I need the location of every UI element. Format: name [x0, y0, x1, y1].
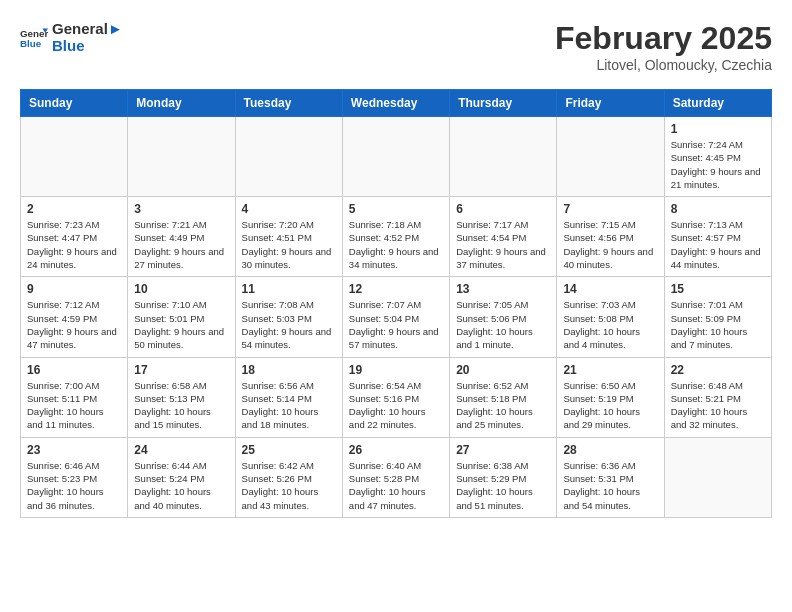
day-number: 22 — [671, 363, 765, 377]
calendar-cell-w1-d4: 6Sunrise: 7:17 AM Sunset: 4:54 PM Daylig… — [450, 197, 557, 277]
day-number: 10 — [134, 282, 228, 296]
day-number: 23 — [27, 443, 121, 457]
day-number: 11 — [242, 282, 336, 296]
calendar-cell-w4-d4: 27Sunrise: 6:38 AM Sunset: 5:29 PM Dayli… — [450, 437, 557, 517]
logo-icon: General Blue — [20, 23, 48, 51]
calendar-cell-w3-d1: 17Sunrise: 6:58 AM Sunset: 5:13 PM Dayli… — [128, 357, 235, 437]
calendar-cell-w2-d3: 12Sunrise: 7:07 AM Sunset: 5:04 PM Dayli… — [342, 277, 449, 357]
col-thursday: Thursday — [450, 90, 557, 117]
col-tuesday: Tuesday — [235, 90, 342, 117]
day-number: 3 — [134, 202, 228, 216]
day-info: Sunrise: 7:12 AM Sunset: 4:59 PM Dayligh… — [27, 298, 121, 351]
calendar-week-2: 9Sunrise: 7:12 AM Sunset: 4:59 PM Daylig… — [21, 277, 772, 357]
day-info: Sunrise: 7:18 AM Sunset: 4:52 PM Dayligh… — [349, 218, 443, 271]
day-number: 12 — [349, 282, 443, 296]
calendar-cell-w0-d5 — [557, 117, 664, 197]
day-info: Sunrise: 7:08 AM Sunset: 5:03 PM Dayligh… — [242, 298, 336, 351]
day-number: 16 — [27, 363, 121, 377]
calendar-cell-w3-d3: 19Sunrise: 6:54 AM Sunset: 5:16 PM Dayli… — [342, 357, 449, 437]
month-year-title: February 2025 — [555, 20, 772, 57]
calendar-cell-w0-d1 — [128, 117, 235, 197]
day-info: Sunrise: 6:42 AM Sunset: 5:26 PM Dayligh… — [242, 459, 336, 512]
day-info: Sunrise: 6:48 AM Sunset: 5:21 PM Dayligh… — [671, 379, 765, 432]
calendar-cell-w0-d4 — [450, 117, 557, 197]
calendar-cell-w3-d2: 18Sunrise: 6:56 AM Sunset: 5:14 PM Dayli… — [235, 357, 342, 437]
title-block: February 2025 Litovel, Olomoucky, Czechi… — [555, 20, 772, 73]
calendar-cell-w2-d4: 13Sunrise: 7:05 AM Sunset: 5:06 PM Dayli… — [450, 277, 557, 357]
day-number: 8 — [671, 202, 765, 216]
calendar-cell-w2-d6: 15Sunrise: 7:01 AM Sunset: 5:09 PM Dayli… — [664, 277, 771, 357]
day-info: Sunrise: 6:56 AM Sunset: 5:14 PM Dayligh… — [242, 379, 336, 432]
calendar-cell-w3-d0: 16Sunrise: 7:00 AM Sunset: 5:11 PM Dayli… — [21, 357, 128, 437]
col-friday: Friday — [557, 90, 664, 117]
calendar-cell-w4-d0: 23Sunrise: 6:46 AM Sunset: 5:23 PM Dayli… — [21, 437, 128, 517]
day-info: Sunrise: 7:13 AM Sunset: 4:57 PM Dayligh… — [671, 218, 765, 271]
day-number: 9 — [27, 282, 121, 296]
day-info: Sunrise: 6:40 AM Sunset: 5:28 PM Dayligh… — [349, 459, 443, 512]
day-number: 27 — [456, 443, 550, 457]
day-number: 25 — [242, 443, 336, 457]
day-info: Sunrise: 7:21 AM Sunset: 4:49 PM Dayligh… — [134, 218, 228, 271]
day-info: Sunrise: 7:20 AM Sunset: 4:51 PM Dayligh… — [242, 218, 336, 271]
day-number: 14 — [563, 282, 657, 296]
day-info: Sunrise: 7:05 AM Sunset: 5:06 PM Dayligh… — [456, 298, 550, 351]
col-sunday: Sunday — [21, 90, 128, 117]
day-info: Sunrise: 7:24 AM Sunset: 4:45 PM Dayligh… — [671, 138, 765, 191]
day-number: 24 — [134, 443, 228, 457]
calendar-cell-w0-d3 — [342, 117, 449, 197]
calendar-cell-w1-d3: 5Sunrise: 7:18 AM Sunset: 4:52 PM Daylig… — [342, 197, 449, 277]
calendar-cell-w1-d0: 2Sunrise: 7:23 AM Sunset: 4:47 PM Daylig… — [21, 197, 128, 277]
calendar-cell-w0-d0 — [21, 117, 128, 197]
calendar-cell-w4-d6 — [664, 437, 771, 517]
calendar-cell-w2-d1: 10Sunrise: 7:10 AM Sunset: 5:01 PM Dayli… — [128, 277, 235, 357]
day-info: Sunrise: 7:03 AM Sunset: 5:08 PM Dayligh… — [563, 298, 657, 351]
calendar-cell-w1-d2: 4Sunrise: 7:20 AM Sunset: 4:51 PM Daylig… — [235, 197, 342, 277]
calendar-cell-w0-d6: 1Sunrise: 7:24 AM Sunset: 4:45 PM Daylig… — [664, 117, 771, 197]
page-header: General Blue General► Blue February 2025… — [20, 20, 772, 73]
day-info: Sunrise: 7:07 AM Sunset: 5:04 PM Dayligh… — [349, 298, 443, 351]
day-info: Sunrise: 6:36 AM Sunset: 5:31 PM Dayligh… — [563, 459, 657, 512]
calendar-cell-w2-d5: 14Sunrise: 7:03 AM Sunset: 5:08 PM Dayli… — [557, 277, 664, 357]
day-number: 17 — [134, 363, 228, 377]
calendar-cell-w1-d6: 8Sunrise: 7:13 AM Sunset: 4:57 PM Daylig… — [664, 197, 771, 277]
col-wednesday: Wednesday — [342, 90, 449, 117]
day-number: 26 — [349, 443, 443, 457]
calendar-cell-w2-d2: 11Sunrise: 7:08 AM Sunset: 5:03 PM Dayli… — [235, 277, 342, 357]
day-info: Sunrise: 7:17 AM Sunset: 4:54 PM Dayligh… — [456, 218, 550, 271]
day-number: 1 — [671, 122, 765, 136]
calendar-cell-w0-d2 — [235, 117, 342, 197]
day-info: Sunrise: 6:54 AM Sunset: 5:16 PM Dayligh… — [349, 379, 443, 432]
location-subtitle: Litovel, Olomoucky, Czechia — [555, 57, 772, 73]
day-number: 7 — [563, 202, 657, 216]
calendar-cell-w3-d5: 21Sunrise: 6:50 AM Sunset: 5:19 PM Dayli… — [557, 357, 664, 437]
calendar-week-1: 2Sunrise: 7:23 AM Sunset: 4:47 PM Daylig… — [21, 197, 772, 277]
calendar-cell-w4-d5: 28Sunrise: 6:36 AM Sunset: 5:31 PM Dayli… — [557, 437, 664, 517]
day-number: 15 — [671, 282, 765, 296]
day-info: Sunrise: 7:10 AM Sunset: 5:01 PM Dayligh… — [134, 298, 228, 351]
calendar-cell-w4-d2: 25Sunrise: 6:42 AM Sunset: 5:26 PM Dayli… — [235, 437, 342, 517]
calendar-table: Sunday Monday Tuesday Wednesday Thursday… — [20, 89, 772, 518]
day-info: Sunrise: 6:38 AM Sunset: 5:29 PM Dayligh… — [456, 459, 550, 512]
day-number: 6 — [456, 202, 550, 216]
logo-line1: General► — [52, 20, 123, 37]
day-number: 28 — [563, 443, 657, 457]
calendar-cell-w4-d3: 26Sunrise: 6:40 AM Sunset: 5:28 PM Dayli… — [342, 437, 449, 517]
day-info: Sunrise: 6:52 AM Sunset: 5:18 PM Dayligh… — [456, 379, 550, 432]
calendar-cell-w3-d6: 22Sunrise: 6:48 AM Sunset: 5:21 PM Dayli… — [664, 357, 771, 437]
day-number: 13 — [456, 282, 550, 296]
day-info: Sunrise: 6:46 AM Sunset: 5:23 PM Dayligh… — [27, 459, 121, 512]
logo-line2: Blue — [52, 37, 123, 54]
day-info: Sunrise: 6:50 AM Sunset: 5:19 PM Dayligh… — [563, 379, 657, 432]
calendar-cell-w1-d1: 3Sunrise: 7:21 AM Sunset: 4:49 PM Daylig… — [128, 197, 235, 277]
day-info: Sunrise: 7:01 AM Sunset: 5:09 PM Dayligh… — [671, 298, 765, 351]
col-monday: Monday — [128, 90, 235, 117]
calendar-cell-w4-d1: 24Sunrise: 6:44 AM Sunset: 5:24 PM Dayli… — [128, 437, 235, 517]
calendar-header-row: Sunday Monday Tuesday Wednesday Thursday… — [21, 90, 772, 117]
calendar-week-3: 16Sunrise: 7:00 AM Sunset: 5:11 PM Dayli… — [21, 357, 772, 437]
calendar-week-0: 1Sunrise: 7:24 AM Sunset: 4:45 PM Daylig… — [21, 117, 772, 197]
day-number: 18 — [242, 363, 336, 377]
day-number: 20 — [456, 363, 550, 377]
calendar-week-4: 23Sunrise: 6:46 AM Sunset: 5:23 PM Dayli… — [21, 437, 772, 517]
day-info: Sunrise: 7:23 AM Sunset: 4:47 PM Dayligh… — [27, 218, 121, 271]
calendar-cell-w1-d5: 7Sunrise: 7:15 AM Sunset: 4:56 PM Daylig… — [557, 197, 664, 277]
